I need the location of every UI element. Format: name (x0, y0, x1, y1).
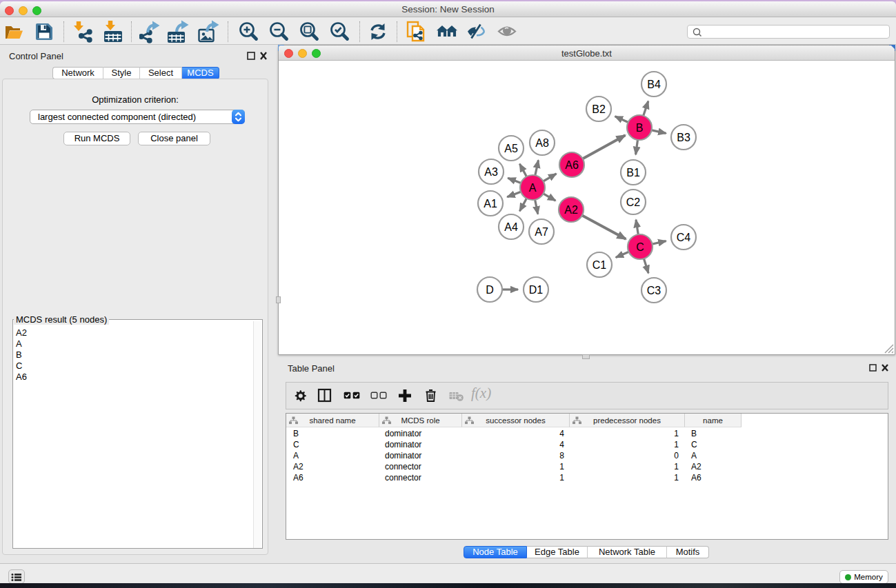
svg-text:B2: B2 (592, 103, 606, 115)
svg-text:B: B (636, 122, 644, 134)
svg-text:D1: D1 (529, 284, 544, 296)
svg-text:A5: A5 (504, 143, 518, 154)
svg-text:A1: A1 (484, 198, 497, 210)
svg-text:A8: A8 (535, 137, 549, 149)
svg-text:A: A (529, 182, 537, 194)
svg-text:A2: A2 (564, 204, 578, 216)
svg-text:C2: C2 (626, 196, 641, 208)
svg-text:B3: B3 (677, 132, 690, 143)
svg-text:D: D (486, 284, 494, 296)
svg-text:A6: A6 (565, 159, 579, 171)
svg-text:A4: A4 (504, 221, 518, 233)
svg-text:B1: B1 (626, 167, 640, 179)
svg-text:C4: C4 (677, 232, 691, 243)
svg-text:C1: C1 (593, 259, 607, 271)
svg-text:C3: C3 (647, 285, 661, 296)
svg-text:C: C (636, 241, 644, 253)
svg-text:A3: A3 (484, 166, 498, 178)
svg-text:A7: A7 (535, 226, 548, 238)
svg-text:B4: B4 (647, 79, 661, 90)
